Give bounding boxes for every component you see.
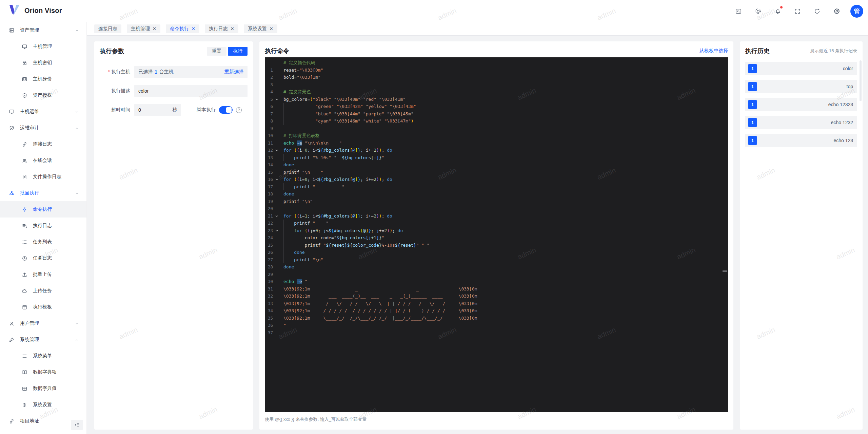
tab-label: 执行日志 <box>209 26 228 32</box>
sidebar-item-连接日志[interactable]: 连接日志 <box>0 136 86 152</box>
history-item[interactable]: 1 echo 12323 <box>745 98 857 111</box>
sidebar-item-运维审计[interactable]: 运维审计 <box>0 120 86 136</box>
run-button[interactable]: 执行 <box>228 47 248 56</box>
history-item[interactable]: 1 top <box>745 80 857 93</box>
sidebar-item-label: 运维审计 <box>20 125 39 131</box>
sidebar-item-批量上传[interactable]: 批量上传 <box>0 266 86 283</box>
sidebar: 资产管理 主机管理 主机密钥 主机身份 资产授权 主机运维 运维审计 连接日志 … <box>0 22 87 434</box>
history-item[interactable]: 1 color <box>745 62 857 75</box>
sidebar-item-label: 在线会话 <box>33 157 52 164</box>
fold-chevron-icon[interactable] <box>275 96 280 103</box>
sidebar-item-系统管理[interactable]: 系统管理 <box>0 332 86 348</box>
sidebar-item-用户管理[interactable]: 用户管理 <box>0 315 86 332</box>
tabbar: 连接日志 主机管理 ✕ 命令执行 ✕ 执行日志 ✕ 系统设置 ✕ <box>87 22 868 36</box>
editor-overview-mark <box>723 270 727 272</box>
reset-button[interactable]: 重置 <box>207 47 226 56</box>
upload-icon <box>22 272 27 278</box>
app-logo: Orion Visor <box>9 5 62 16</box>
sidebar-collapse-button[interactable] <box>71 420 83 430</box>
sidebar-item-批量执行[interactable]: 批量执行 <box>0 185 86 201</box>
notifications-bell-button[interactable] <box>772 5 784 17</box>
select-from-template-link[interactable]: 从模板中选择 <box>699 48 728 54</box>
code-line: 10 <box>265 125 728 132</box>
sidebar-item-label: 命令执行 <box>33 206 52 212</box>
sidebar-item-资产管理[interactable]: 资产管理 <box>0 22 86 38</box>
sidebar-item-label: 上传任务 <box>33 288 52 294</box>
refresh-button[interactable] <box>811 5 823 17</box>
fold-chevron-icon[interactable] <box>275 212 280 220</box>
sidebar-item-主机密钥[interactable]: 主机密钥 <box>0 55 86 71</box>
code-line: 30 <box>265 271 728 278</box>
timeout-input[interactable]: 0 秒 <box>134 104 181 116</box>
sidebar-item-命令执行[interactable]: 命令执行 <box>0 201 86 218</box>
topbar-actions: 管 <box>732 0 863 22</box>
code-line: 36 \033[92;1m \____/_/ /_/\___/_/ /_/ |_… <box>265 315 728 322</box>
line-number: 37 <box>265 329 273 337</box>
sidebar-item-主机管理[interactable]: 主机管理 <box>0 38 86 55</box>
code-line: 34 \033[92;1m / _ \/ __/ / _ \/ _ \ | | … <box>265 300 728 307</box>
desc-field-label: 执行描述 <box>100 88 130 94</box>
help-icon[interactable]: ? <box>236 107 242 113</box>
tab-label: 命令执行 <box>170 26 189 32</box>
sidebar-item-任务列表[interactable]: 任务列表 <box>0 234 86 250</box>
sidebar-item-label: 任务日志 <box>33 255 52 261</box>
sidebar-item-label: 系统菜单 <box>33 353 52 359</box>
desc-input[interactable]: color <box>134 85 248 97</box>
sidebar-item-执行日志[interactable]: 执行日志 <box>0 218 86 234</box>
sidebar-item-主机运维[interactable]: 主机运维 <box>0 103 86 120</box>
sidebar-item-label: 文件操作日志 <box>33 174 61 180</box>
sidebar-item-数据字典项[interactable]: 数据字典项 <box>0 364 86 380</box>
sidebar-item-系统设置[interactable]: 系统设置 <box>0 397 86 413</box>
reselect-host-link[interactable]: 重新选择 <box>224 69 243 75</box>
logo-icon <box>9 5 20 16</box>
fold-chevron-icon[interactable] <box>275 147 280 154</box>
fold-chevron-icon[interactable] <box>275 227 280 235</box>
code-editor[interactable]: 1 # 定义颜色代码 2 reset="\033[0m" 3 bold="\03… <box>265 57 728 412</box>
settings-gear-button[interactable] <box>831 5 843 17</box>
theme-sun-button[interactable] <box>752 5 764 17</box>
sidebar-item-数据字典值[interactable]: 数据字典值 <box>0 380 86 397</box>
list-icon <box>22 239 27 245</box>
history-host-count-badge: 1 <box>748 118 757 127</box>
topbar: Orion Visor 管 <box>0 0 868 22</box>
sidebar-item-资产授权[interactable]: 资产授权 <box>0 87 86 103</box>
fold-chevron-icon[interactable] <box>275 176 280 184</box>
tab-close-icon[interactable]: ✕ <box>192 26 195 31</box>
chevron-down-icon <box>75 110 79 114</box>
tab-2[interactable]: 命令执行 ✕ <box>166 24 199 33</box>
sidebar-item-上传任务[interactable]: 上传任务 <box>0 283 86 299</box>
sidebar-item-在线会话[interactable]: 在线会话 <box>0 152 86 169</box>
sidebar-item-label: 主机管理 <box>33 43 52 50</box>
tab-close-icon[interactable]: ✕ <box>231 26 234 31</box>
sidebar-item-系统菜单[interactable]: 系统菜单 <box>0 348 86 364</box>
chevron-up-icon <box>75 126 79 130</box>
sidebar-item-执行模板[interactable]: 执行模板 <box>0 299 86 315</box>
sidebar-item-label: 执行模板 <box>33 304 52 310</box>
tab-3[interactable]: 执行日志 ✕ <box>205 24 238 33</box>
terminal-button[interactable] <box>732 5 745 17</box>
script-exec-label: 脚本执行 <box>197 107 216 113</box>
history-scrollbar[interactable] <box>860 60 862 101</box>
fullscreen-button[interactable] <box>791 5 804 17</box>
wrench-icon <box>9 337 15 343</box>
sidebar-item-主机身份[interactable]: 主机身份 <box>0 71 86 87</box>
sidebar-item-文件操作日志[interactable]: 文件操作日志 <box>0 169 86 185</box>
desc-input-value: color <box>138 88 149 94</box>
tab-close-icon[interactable]: ✕ <box>270 26 273 31</box>
history-list: 1 color 1 top 1 echo 12323 1 echo 1232 1… <box>745 62 857 147</box>
user-avatar[interactable]: 管 <box>850 5 863 18</box>
tab-close-icon[interactable]: ✕ <box>153 26 156 31</box>
tab-0[interactable]: 连接日志 <box>94 24 121 33</box>
sidebar-item-label: 项目地址 <box>20 418 39 424</box>
history-item[interactable]: 1 echo 123 <box>745 134 857 147</box>
history-item[interactable]: 1 echo 1232 <box>745 116 857 129</box>
script-exec-toggle[interactable] <box>219 106 233 114</box>
tab-4[interactable]: 系统设置 ✕ <box>244 24 277 33</box>
host-select-box[interactable]: 已选择 1 台主机 重新选择 <box>134 66 248 78</box>
sidebar-item-任务日志[interactable]: 任务日志 <box>0 250 86 266</box>
tab-label: 连接日志 <box>98 26 117 32</box>
table-icon <box>22 386 27 392</box>
gear-icon <box>22 402 27 408</box>
tab-1[interactable]: 主机管理 ✕ <box>127 24 160 33</box>
code-line: 33 \033[92;1m ___ ____(_)__ ___ _ _(_)__… <box>265 293 728 300</box>
